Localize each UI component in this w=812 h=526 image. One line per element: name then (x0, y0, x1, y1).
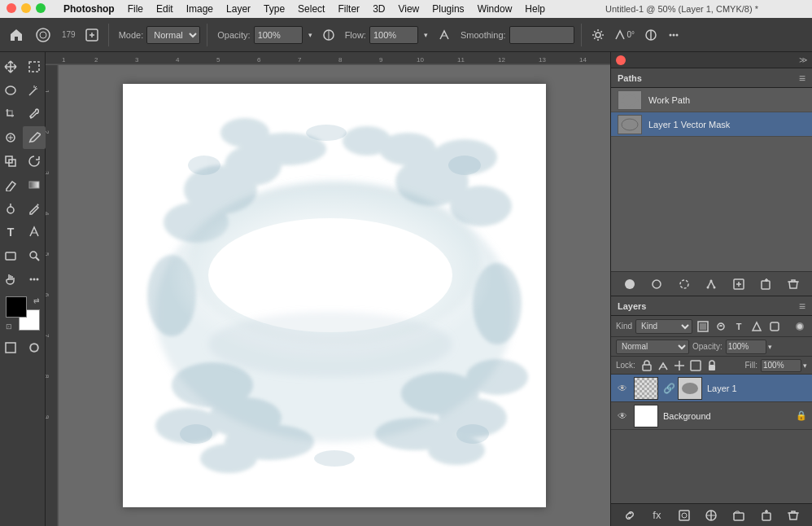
foreground-color-swatch[interactable] (6, 296, 27, 318)
make-path-btn[interactable] (703, 276, 719, 292)
filter-active-toggle[interactable] (792, 319, 807, 334)
add-adjustment-btn[interactable] (703, 507, 719, 524)
filter-pixel-btn[interactable] (696, 319, 710, 334)
tool-quick-mask[interactable] (23, 336, 46, 359)
lock-all-btn[interactable] (705, 359, 718, 372)
opacity-arrow[interactable]: ▾ (305, 29, 316, 41)
filter-kind-select[interactable]: Kind (635, 319, 692, 334)
pen-pressure-btn[interactable] (434, 27, 454, 43)
brush-size-btn[interactable]: 179 (59, 28, 79, 41)
opacity-dropdown-btn[interactable]: ▾ (768, 343, 772, 351)
layer-item-background[interactable]: 👁 Background 🔒 (611, 402, 812, 430)
fill-path-btn[interactable] (622, 276, 638, 292)
menu-view[interactable]: View (391, 0, 426, 18)
menu-type[interactable]: Type (257, 0, 291, 18)
lock-image-btn[interactable] (657, 359, 670, 372)
settings-btn[interactable] (588, 27, 608, 43)
load-path-btn[interactable] (676, 276, 692, 292)
add-mask-path-btn[interactable] (731, 276, 747, 292)
tool-marquee[interactable] (23, 55, 46, 78)
tool-extras[interactable] (23, 268, 46, 291)
add-effect-btn[interactable]: fx (648, 507, 665, 524)
lock-artboard-btn[interactable] (689, 359, 702, 372)
add-group-btn[interactable] (731, 507, 747, 524)
delete-layer-btn[interactable] (785, 507, 801, 524)
layers-menu-button[interactable]: ≡ (799, 300, 805, 313)
tool-healing[interactable] (0, 126, 22, 149)
layers-fill-input[interactable] (761, 359, 801, 372)
smoothing-input[interactable] (509, 26, 574, 44)
close-button[interactable] (7, 3, 16, 13)
new-path-btn[interactable] (758, 276, 775, 292)
canvas-document[interactable] (123, 84, 546, 507)
brush-options-btn[interactable] (31, 24, 55, 46)
color-swatches[interactable]: ⇄ ⊡ (6, 296, 40, 331)
tool-hand[interactable] (0, 268, 22, 291)
lock-position-btn[interactable] (673, 359, 686, 372)
filter-smart-btn[interactable] (767, 319, 782, 334)
mode-select[interactable]: Normal (146, 26, 200, 44)
tool-eyedropper[interactable] (23, 103, 46, 125)
stroke-path-btn[interactable] (648, 276, 665, 292)
tool-standard-mode[interactable] (0, 336, 22, 359)
layer-item-layer1[interactable]: 👁 🔗 Layer 1 (611, 375, 812, 402)
menu-file[interactable]: File (121, 0, 150, 18)
flow-arrow[interactable]: ▾ (421, 29, 431, 41)
tool-brush[interactable] (23, 126, 46, 149)
menu-edit[interactable]: Edit (150, 0, 180, 18)
canvas-container[interactable] (59, 65, 610, 526)
minimize-button[interactable] (21, 3, 31, 13)
panel-close-button[interactable] (616, 55, 626, 65)
canvas-area[interactable]: 1 2 3 4 5 6 7 8 9 10 11 12 13 14 15 16 1 (46, 52, 610, 526)
menu-select[interactable]: Select (291, 0, 331, 18)
tool-crop[interactable] (0, 103, 22, 125)
menu-image[interactable]: Image (180, 0, 220, 18)
tool-gradient[interactable] (23, 173, 46, 196)
blend-mode-select[interactable]: Normal (616, 340, 689, 354)
filter-shape-btn[interactable] (749, 319, 764, 334)
panel-collapse-button[interactable]: ≫ (799, 55, 807, 64)
layer-link-layer1[interactable]: 🔗 (663, 383, 673, 394)
tool-path-select[interactable] (23, 221, 46, 243)
tool-move[interactable] (0, 55, 22, 78)
symmetry-btn[interactable] (641, 27, 661, 43)
filter-adjustment-btn[interactable] (714, 319, 728, 334)
tool-shape[interactable] (0, 244, 22, 267)
fill-dropdown-btn[interactable]: ▾ (803, 362, 807, 370)
flow-input[interactable] (369, 26, 418, 44)
menu-3d[interactable]: 3D (366, 0, 391, 18)
tool-clone[interactable] (0, 150, 22, 173)
airbrush-btn[interactable] (319, 27, 338, 43)
toggle-btn[interactable] (82, 27, 102, 43)
lock-transparent-btn[interactable] (640, 359, 653, 372)
menu-plugins[interactable]: Plugins (426, 0, 470, 18)
path-item-layer1[interactable]: Layer 1 Vector Mask (611, 112, 812, 137)
layer-visibility-layer1[interactable]: 👁 (616, 382, 629, 395)
tool-pen[interactable] (23, 197, 46, 220)
maximize-button[interactable] (36, 3, 46, 13)
extra-btn[interactable] (664, 27, 683, 43)
add-mask-btn[interactable] (676, 507, 692, 524)
filter-type-btn[interactable]: T (731, 319, 746, 334)
tool-magic-wand[interactable] (23, 79, 46, 102)
tool-type[interactable]: T (0, 221, 22, 243)
tool-dodge[interactable] (0, 197, 22, 220)
layer-visibility-background[interactable]: 👁 (616, 410, 629, 423)
angle-btn[interactable]: 0° (611, 28, 639, 42)
home-tool-btn[interactable] (5, 25, 28, 45)
layer-mask-layer1[interactable] (678, 377, 702, 400)
menu-filter[interactable]: Filter (331, 0, 366, 18)
default-colors-icon[interactable]: ⊡ (6, 322, 12, 331)
tool-eraser[interactable] (0, 173, 22, 196)
tool-history[interactable] (23, 150, 46, 173)
opacity-input[interactable] (254, 26, 303, 44)
delete-path-btn[interactable] (785, 276, 801, 292)
menu-window[interactable]: Window (471, 0, 519, 18)
path-item-work[interactable]: Work Path (611, 88, 812, 112)
menu-help[interactable]: Help (518, 0, 552, 18)
tool-lasso[interactable] (0, 79, 22, 102)
link-layers-btn[interactable] (622, 507, 638, 524)
paths-menu-button[interactable]: ≡ (799, 72, 805, 85)
tool-zoom[interactable] (23, 244, 46, 267)
new-layer-btn[interactable] (758, 507, 775, 524)
